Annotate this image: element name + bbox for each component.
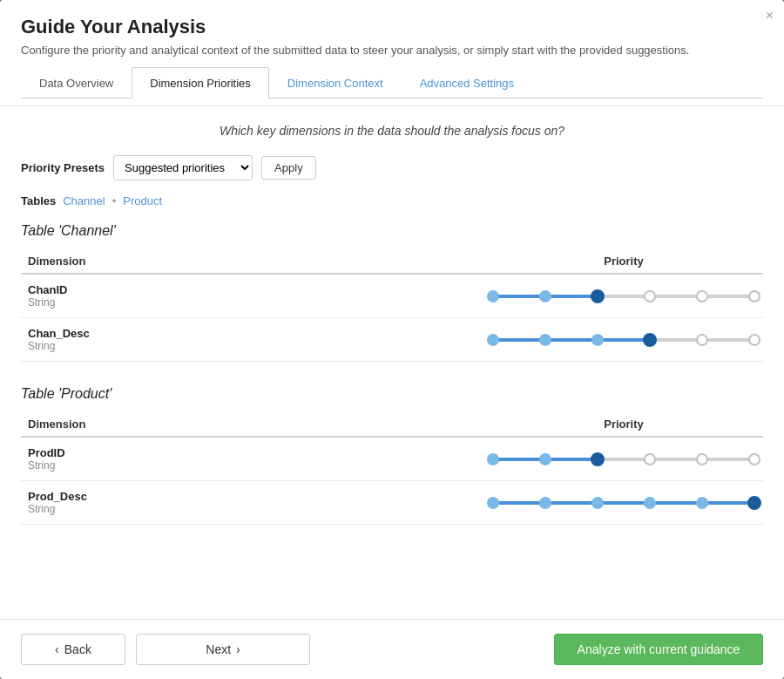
priority-presets-select[interactable]: Suggested priorities Custom All equal <box>113 155 253 180</box>
product-col-dimension: Dimension <box>21 412 484 437</box>
prodid-type: String <box>28 459 477 472</box>
slider-dot-3 <box>591 334 604 346</box>
channel-dimension-table: Dimension Priority ChanID String <box>21 249 763 362</box>
slider-dot-5 <box>696 497 708 509</box>
slider-dot-5 <box>696 334 708 346</box>
slider-dot-5 <box>644 290 656 302</box>
tab-dimension-context[interactable]: Dimension Context <box>269 67 402 98</box>
channel-col-priority: Priority <box>484 249 763 274</box>
proddesc-cell: Prod_Desc String <box>21 481 484 525</box>
back-chevron-icon: ‹ <box>55 642 59 656</box>
chandesc-type: String <box>28 340 477 352</box>
slider-dot-7 <box>748 290 760 302</box>
product-dimension-table: Dimension Priority ProdID String <box>21 412 763 525</box>
prodid-cell: ProdID String <box>21 437 484 481</box>
slider-dot-4 <box>644 497 656 509</box>
channel-col-dimension: Dimension <box>21 249 484 274</box>
proddesc-priority-cell <box>484 481 763 525</box>
slider-dot-1 <box>487 497 499 509</box>
table-row: ProdID String <box>21 437 763 481</box>
modal-subtitle: Configure the priority and analytical co… <box>21 44 763 57</box>
slider-dot-1 <box>487 290 499 302</box>
chanid-name: ChanID <box>28 283 477 296</box>
slider-dot-handle <box>643 333 657 347</box>
apply-button[interactable]: Apply <box>261 156 316 180</box>
slider-dot-6 <box>696 290 708 302</box>
chanid-slider[interactable] <box>493 288 754 305</box>
slider-dot-1 <box>487 453 499 465</box>
tab-dimension-priorities[interactable]: Dimension Priorities <box>132 67 269 98</box>
next-label: Next <box>206 642 231 656</box>
question-text: Which key dimensions in the data should … <box>21 124 763 138</box>
product-col-priority: Priority <box>484 412 763 437</box>
tab-advanced-settings[interactable]: Advanced Settings <box>402 67 532 98</box>
slider-dot-2 <box>539 334 551 346</box>
modal-title: Guide Your Analysis <box>21 16 763 38</box>
chandesc-slider[interactable] <box>493 331 754 349</box>
slider-dot-4 <box>644 453 656 465</box>
channel-section-title: Table 'Channel' <box>21 223 763 239</box>
chanid-priority-cell <box>484 274 763 318</box>
priority-presets-label: Priority Presets <box>21 161 105 174</box>
slider-dot-3 <box>591 497 604 509</box>
proddesc-type: String <box>28 503 477 515</box>
table-link-channel[interactable]: Channel <box>63 194 105 207</box>
next-button[interactable]: Next › <box>136 634 310 665</box>
proddesc-name: Prod_Desc <box>28 490 477 503</box>
tables-label: Tables <box>21 194 56 207</box>
slider-dot-handle <box>591 452 605 466</box>
chandesc-name: Chan_Desc <box>28 327 477 340</box>
slider-dot-2 <box>539 290 551 302</box>
slider-dot-2 <box>539 497 551 509</box>
prodid-name: ProdID <box>28 446 477 459</box>
slider-dot-4 <box>591 289 605 303</box>
tables-filter-row: Tables Channel • Product <box>21 194 763 207</box>
tab-data-overview[interactable]: Data Overview <box>21 67 132 98</box>
prodid-priority-cell <box>484 437 763 481</box>
tab-bar: Data Overview Dimension Priorities Dimen… <box>21 67 763 98</box>
dot-separator: • <box>112 194 117 207</box>
slider-dot-6 <box>748 334 760 346</box>
track-fill <box>493 338 650 342</box>
product-section-title: Table 'Product' <box>21 386 763 402</box>
modal-body: Which key dimensions in the data should … <box>0 106 784 619</box>
back-button[interactable]: ‹ Back <box>21 634 125 665</box>
track-fill <box>493 501 754 505</box>
back-label: Back <box>64 642 91 656</box>
slider-dot-1 <box>487 334 499 346</box>
modal-footer: ‹ Back Next › Analyze with current guida… <box>0 619 784 679</box>
table-link-product[interactable]: Product <box>123 194 162 207</box>
next-chevron-icon: › <box>236 642 240 656</box>
chandesc-cell: Chan_Desc String <box>21 318 484 362</box>
table-row: Prod_Desc String <box>21 481 763 525</box>
modal-header: Guide Your Analysis Configure the priori… <box>0 0 784 106</box>
table-row: Chan_Desc String <box>21 318 763 362</box>
chanid-type: String <box>28 296 477 309</box>
chanid-cell: ChanID String <box>21 274 484 318</box>
priority-presets-row: Priority Presets Suggested priorities Cu… <box>21 155 763 180</box>
proddesc-slider[interactable] <box>493 494 754 512</box>
close-button[interactable]: × <box>766 9 774 23</box>
chandesc-priority-cell <box>484 318 763 362</box>
table-row: ChanID String <box>21 274 763 318</box>
slider-dot-6 <box>748 453 760 465</box>
footer-left: ‹ Back Next › <box>21 634 310 665</box>
analyze-button[interactable]: Analyze with current guidance <box>554 634 763 665</box>
prodid-slider[interactable] <box>493 451 754 468</box>
slider-dot-5 <box>696 453 708 465</box>
slider-dot-2 <box>539 453 551 465</box>
modal: × Guide Your Analysis Configure the prio… <box>0 0 784 679</box>
